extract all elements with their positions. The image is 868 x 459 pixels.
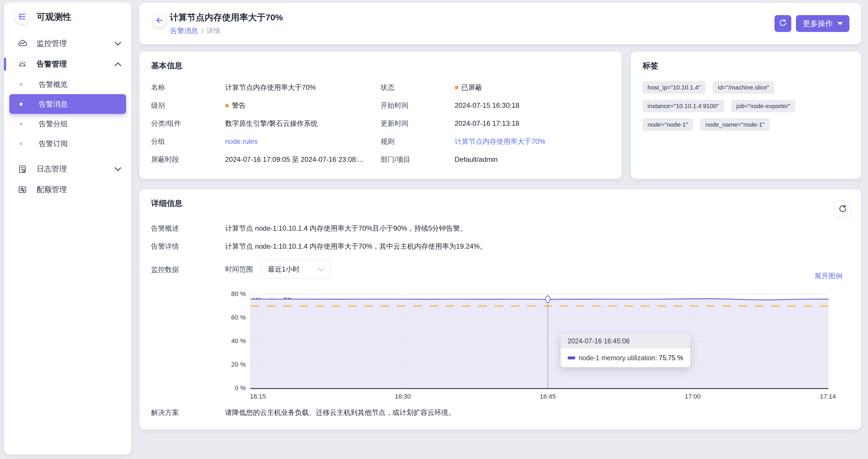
field-value: 警告 [225,101,246,110]
field-row-level: 级别警告 [151,96,380,115]
monitor-data-row: 监控数据 时间范围 最近1小时 [151,260,330,278]
tag-chip: node_name="node-1" [701,119,770,131]
field-row-status: 状态已屏蔽 [380,79,610,96]
field-label: 部门/项目 [380,155,455,164]
chart-plot-area[interactable]: Warning 70 [250,294,829,389]
sidebar-subitem-label: 告警订阅 [39,139,68,148]
sidebar-item-alerting[interactable]: 告警管理 [7,54,128,74]
field-label: 开始时间 [380,101,455,110]
refresh-button[interactable] [774,15,791,32]
page-title: 计算节点内存使用率大于70% [169,11,283,24]
back-button[interactable] [153,14,166,27]
chevron-down-icon [115,164,121,174]
page-header: 计算节点内存使用率大于70% 告警消息/详情 更多操作 [140,3,861,44]
field-row-category: 分类/组件数字原生引擎/磐石云操作系统 [151,115,380,132]
tag-chip: id="/machine.slice" [713,81,774,94]
sidebar-item-label: 日志管理 [37,164,67,174]
alert-detail-value: 计算节点 node-1:10.10.1.4 内存使用率大于70%，其中云主机内存… [225,242,487,251]
chevron-down-icon [318,265,324,273]
sidebar-item-label: 配额管理 [37,184,67,195]
field-label: 分类/组件 [151,119,225,128]
y-tick-label: 0 % [217,384,246,392]
field-row-rule: 规则计算节点内存使用率大于70% [380,132,610,151]
alert-summary-label: 告警概述 [151,224,225,233]
field-label: 状态 [380,83,455,92]
field-value: 已屏蔽 [455,83,482,92]
basic-info-title: 基本信息 [151,60,610,71]
more-actions-button[interactable]: 更多操作 [796,15,849,32]
sidebar-title: 可观测性 [37,11,71,23]
field-label: 分组 [151,137,225,146]
alert-detail-row: 告警详情 计算节点 node-1:10.10.1.4 内存使用率大于70%，其中… [151,242,487,251]
field-row-update-time: 更新时间2024-07-16 17:13:18 [380,115,610,132]
sidebar-header: 可观测性 [15,9,124,25]
field-value: 2024-07-16 17:13:18 [455,119,519,127]
tooltip-timestamp: 2024-07-16 16:45:06 [561,334,690,348]
sidebar-item-label: 告警管理 [37,59,67,69]
log-icon [18,164,27,174]
refresh-icon [779,19,787,29]
more-actions-label: 更多操作 [803,19,833,29]
tags-card: 标签 host_ip="10.10.1.4"id="/machine.slice… [631,52,861,179]
sidebar-subitem-label: 告警消息 [39,99,68,109]
sidebar-item-monitoring[interactable]: 监控管理 [7,33,128,54]
expand-legend-link[interactable]: 展开图例 [814,271,842,281]
tags-title: 标签 [643,60,849,71]
y-tick-label: 20 % [217,361,246,368]
field-label: 更新时间 [380,119,455,128]
back-arrow-icon [156,17,163,25]
field-value-link[interactable]: node.rules [225,137,258,146]
field-value: 2024-07-15 16:30:18 [455,101,519,110]
time-range-select[interactable]: 最近1小时 [260,260,330,278]
basic-info-card: 基本信息 名称计算节点内存使用率大于70%级别警告分类/组件数字原生引擎/磐石云… [140,52,622,179]
alarm-icon [18,59,27,69]
x-tick-label: 16:15 [250,393,266,400]
sidebar-item-quota[interactable]: 配额管理 [7,179,128,200]
sidebar-subitem-label: 告警概览 [39,80,68,89]
chart-svg [250,294,829,389]
field-label: 屏蔽时段 [151,155,225,164]
chart-refresh-button[interactable] [834,201,851,217]
sidebar-item-logs[interactable]: 日志管理 [7,159,128,179]
x-tick-label: 16:30 [395,393,411,400]
active-indicator-bar [4,58,6,70]
chart-x-axis-line [250,388,829,389]
sidebar-subitem-alert-subscriptions[interactable]: 告警订阅 [9,134,126,153]
caret-down-icon [837,22,843,25]
sidebar-collapse-button[interactable] [15,10,29,24]
breadcrumb: 告警消息/详情 [170,26,220,35]
sidebar-subitem-alert-messages[interactable]: 告警消息 [9,94,126,114]
sidebar-subitem-alert-overview[interactable]: 告警概览 [9,74,126,94]
x-tick-label: 16:45 [540,393,556,400]
info-column: 名称计算节点内存使用率大于70%级别警告分类/组件数字原生引擎/磐石云操作系统分… [151,79,380,169]
status-dot-icon [455,86,458,90]
refresh-icon [838,204,847,214]
monitor-data-label: 监控数据 [151,260,225,274]
field-row-start-time: 开始时间2024-07-15 16:30:18 [380,96,610,115]
bullet-icon [20,83,22,86]
tag-chip-list: host_ip="10.10.1.4"id="/machine.slice"in… [643,81,849,131]
cloud-monitor-icon [18,39,27,49]
x-tick-label: 17:00 [685,393,701,400]
status-dot-icon [225,104,229,108]
sidebar-nav: 监控管理告警管理告警概览告警消息告警分组告警订阅日志管理配额管理 [4,33,131,200]
field-label: 级别 [151,101,225,110]
solution-value: 请降低您的云主机业务负载、迁移云主机到其他节点，或计划扩容云环境。 [225,408,455,417]
solution-row: 解决方案 请降低您的云主机业务负载、迁移云主机到其他节点，或计划扩容云环境。 [151,408,455,417]
field-row-name: 名称计算节点内存使用率大于70% [151,79,380,96]
alert-detail-label: 告警详情 [151,242,225,251]
y-tick-label: 40 % [217,337,246,345]
bullet-icon [20,142,22,145]
chevron-down-icon [115,39,121,48]
hover-marker [546,296,550,303]
alert-summary-value: 计算节点 node-1:10.10.1.4 内存使用率大于70%且小于90%，持… [225,224,467,233]
sidebar-subitem-alert-groups[interactable]: 告警分组 [9,114,126,134]
sidebar-item-label: 监控管理 [37,38,67,49]
tag-chip: host_ip="10.10.1.4" [643,81,705,94]
bullet-icon [20,103,22,105]
info-column: 状态已屏蔽开始时间2024-07-15 16:30:18更新时间2024-07-… [380,79,610,169]
y-tick-label: 80 % [217,290,246,298]
breadcrumb-parent-link[interactable]: 告警消息 [170,27,198,35]
field-value-link[interactable]: 计算节点内存使用率大于70% [455,137,545,146]
sidebar: 可观测性 监控管理告警管理告警概览告警消息告警分组告警订阅日志管理配额管理 [4,2,131,454]
